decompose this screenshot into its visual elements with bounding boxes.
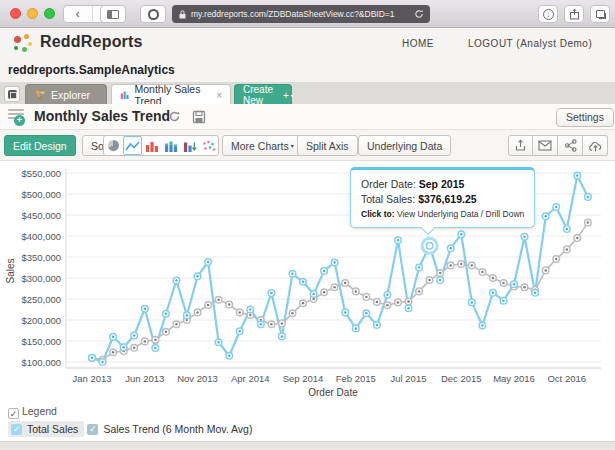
data-point-dot <box>492 277 495 280</box>
email-button[interactable] <box>533 135 558 156</box>
data-point-dot <box>365 312 368 315</box>
bar-arrow-button[interactable] <box>180 136 199 155</box>
data-point-dot <box>238 311 241 314</box>
data-point-dot <box>502 282 505 285</box>
settings-button[interactable]: Settings <box>556 108 614 127</box>
export-icon <box>514 139 527 152</box>
x-axis-title: Order Date <box>308 387 358 398</box>
data-point[interactable] <box>426 243 433 250</box>
underlying-data-button[interactable]: Underlying Data <box>358 135 451 156</box>
data-point-dot <box>302 302 305 305</box>
mini-bar-chart-icon <box>120 89 129 101</box>
data-point-dot <box>376 301 379 304</box>
share-nodes-button[interactable] <box>558 135 583 156</box>
data-point-dot <box>281 322 284 325</box>
refresh-icon[interactable] <box>168 110 181 123</box>
url-bar[interactable]: my.reddreports.com/ZDBDataSheetView.cc?&… <box>172 5 430 23</box>
data-point-dot <box>333 261 336 264</box>
data-point-dot <box>587 221 590 224</box>
x-tick-label: Sep 2014 <box>283 373 324 384</box>
legend-item-sales-trend[interactable]: ✓ Sales Trend (6 Month Mov. Avg) <box>84 421 258 437</box>
nav-logout[interactable]: LOGOUT (Analyst Demo) <box>468 38 592 49</box>
create-new-plus-icon[interactable]: + <box>283 90 289 101</box>
y-tick-label: $250,000 <box>21 294 61 305</box>
more-charts-button[interactable]: More Charts▾ <box>222 135 303 156</box>
data-point-dot <box>576 174 579 177</box>
chart-type-selector <box>103 135 219 156</box>
tooltip-click-hint[interactable]: Click to: View Underlying Data / Drill D… <box>361 207 524 221</box>
tooltip-order-date: Order Date: Sep 2015 <box>361 177 524 192</box>
y-tick-label: $150,000 <box>21 336 61 347</box>
zoom-icon[interactable] <box>44 8 55 19</box>
x-tick-label: Feb 2015 <box>336 373 376 384</box>
data-point-dot <box>439 279 442 282</box>
sidebar-button[interactable] <box>100 5 126 23</box>
share-button[interactable] <box>564 5 584 23</box>
downloads-button[interactable]: ↓ <box>538 5 558 23</box>
tab-explorer[interactable]: Explorer <box>25 84 107 105</box>
tab-overview-button[interactable] <box>590 5 610 23</box>
breadcrumb: reddreports.SampleAnalytics <box>8 63 175 77</box>
data-point-dot <box>555 206 558 209</box>
tooltip-total-sales: Total Sales: $376,619.25 <box>361 192 524 207</box>
line-chart-button[interactable] <box>123 136 142 155</box>
data-point-dot <box>344 311 347 314</box>
data-point-dot <box>481 271 484 274</box>
data-point-dot <box>122 346 125 349</box>
tab-close-icon[interactable]: × <box>216 90 222 101</box>
back-icon[interactable]: ‹ <box>64 6 92 22</box>
share-nodes-icon <box>564 139 577 152</box>
data-point-dot <box>376 324 379 327</box>
legend-item-total-sales[interactable]: ✓ Total Sales <box>8 421 84 437</box>
tab-overview-icon <box>596 10 605 18</box>
x-tick-label: Dec 2015 <box>441 373 482 384</box>
extension-button[interactable] <box>140 5 166 23</box>
data-point-dot <box>312 293 315 296</box>
browser-chrome: ‹ › my.reddreports.com/ZDBDataSheetView.… <box>0 0 615 28</box>
legend-checkbox[interactable]: ✓ <box>8 408 19 419</box>
data-point-dot <box>544 215 547 218</box>
x-tick-label: Jun 2013 <box>125 373 164 384</box>
x-tick-label: Jul 2015 <box>391 373 427 384</box>
workspace-home-button[interactable] <box>4 86 20 102</box>
data-point-dot <box>154 338 157 341</box>
data-point-dot <box>407 307 410 310</box>
stacked-bar-button[interactable] <box>161 136 180 155</box>
export-button[interactable] <box>508 135 533 156</box>
add-view-button[interactable]: + <box>8 109 26 125</box>
data-point-dot <box>270 292 273 295</box>
edit-design-button[interactable]: Edit Design <box>4 135 76 156</box>
x-tick-label: Oct 2016 <box>547 373 586 384</box>
data-point-dot <box>566 248 569 251</box>
cloud-upload-button[interactable] <box>583 135 608 156</box>
data-point-dot <box>323 270 326 273</box>
tab-monthly-sales-trend[interactable]: Monthly Sales Trend × <box>111 84 231 105</box>
data-point-dot <box>133 334 136 337</box>
url-text: my.reddreports.com/ZDBDataSheetView.cc?&… <box>191 9 410 19</box>
scatter-chart-button[interactable] <box>199 136 218 155</box>
data-point-dot <box>418 266 421 269</box>
save-icon[interactable] <box>192 110 206 124</box>
split-axis-button[interactable]: Split Axis <box>297 135 358 156</box>
data-point-dot <box>344 282 347 285</box>
bar-chart-button[interactable] <box>142 136 161 155</box>
chrome-right-buttons: ↓ + <box>538 5 615 23</box>
total-sales-checkbox[interactable]: ✓ <box>11 424 22 435</box>
reload-icon[interactable] <box>414 9 424 19</box>
minimize-icon[interactable] <box>27 8 38 19</box>
sales-trend-checkbox[interactable]: ✓ <box>87 424 98 435</box>
nav-home[interactable]: HOME <box>402 38 434 49</box>
data-point-dot <box>566 228 569 231</box>
app-header: ReddReports HOME LOGOUT (Analyst Demo) <box>0 28 615 60</box>
x-tick-label: May 2016 <box>493 373 535 384</box>
pie-chart-button[interactable] <box>104 136 123 155</box>
data-point-dot <box>312 298 315 301</box>
data-point-dot <box>471 301 474 304</box>
data-point-dot <box>386 304 389 307</box>
close-icon[interactable] <box>10 8 21 19</box>
legend-label-sales-trend: Sales Trend (6 Month Mov. Avg) <box>103 423 252 435</box>
data-point-dot <box>154 347 157 350</box>
breadcrumb-row: reddreports.SampleAnalytics <box>0 60 615 82</box>
email-icon <box>538 140 552 151</box>
tab-create-new[interactable]: Create New + ▾ <box>234 84 292 105</box>
